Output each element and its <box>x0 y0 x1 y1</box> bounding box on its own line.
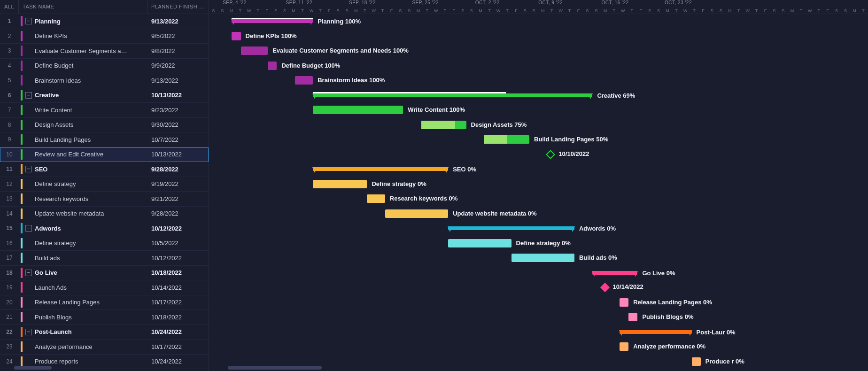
task-bar[interactable]: Define strategy 0% <box>448 239 511 247</box>
header-name[interactable]: TASK NAME <box>19 0 147 14</box>
task-bar[interactable]: Evaluate Customer Segments and Needs 100… <box>241 46 268 55</box>
finish-date[interactable]: 10/13/2022 <box>147 92 209 99</box>
task-name-cell[interactable]: Write Content <box>19 105 147 115</box>
task-bar[interactable]: Brainstorm Ideas 100% <box>295 76 313 85</box>
collapse-icon[interactable]: − <box>25 18 32 24</box>
task-name-cell[interactable]: Build Landing Pages <box>19 134 147 145</box>
finish-date[interactable]: 10/24/2022 <box>147 328 209 335</box>
collapse-icon[interactable]: − <box>25 270 32 276</box>
task-name-cell[interactable]: −Go Live <box>19 268 147 278</box>
task-bar[interactable]: Research keywords 0% <box>367 194 385 203</box>
task-bar[interactable]: Design Assets 75% <box>421 121 466 129</box>
task-bar[interactable]: Build ads 0% <box>512 254 574 262</box>
table-row[interactable]: 14Update website metadata9/28/2022 <box>0 207 209 222</box>
finish-date[interactable]: 9/13/2022 <box>147 77 209 84</box>
task-name-cell[interactable]: −Creative <box>19 90 147 100</box>
task-bar[interactable]: Build Landing Pages 50% <box>484 135 529 144</box>
summary-bar[interactable]: SEO 0% <box>313 167 448 171</box>
finish-date[interactable]: 10/12/2022 <box>147 255 209 262</box>
task-name-cell[interactable]: Publish Blogs <box>19 312 147 322</box>
task-name-cell[interactable]: Define Budget <box>19 61 147 71</box>
table-row[interactable]: 9Build Landing Pages10/7/2022 <box>0 132 209 147</box>
table-row[interactable]: 5Brainstorm Ideas9/13/2022 <box>0 73 209 88</box>
summary-bar[interactable]: Go Live 0% <box>592 271 637 275</box>
table-row[interactable]: 6−Creative10/13/2022 <box>0 88 209 103</box>
finish-date[interactable]: 10/17/2022 <box>147 343 209 350</box>
finish-date[interactable]: 9/9/2022 <box>147 62 209 69</box>
table-row[interactable]: 22−Post-Launch10/24/2022 <box>0 325 209 340</box>
task-name-cell[interactable]: Define KPIs <box>19 31 147 41</box>
task-name-cell[interactable]: Release Landing Pages <box>19 297 147 308</box>
task-name-cell[interactable]: Update website metadata <box>19 209 147 219</box>
finish-date[interactable]: 9/21/2022 <box>147 195 209 202</box>
table-row[interactable]: 12Define strategy9/19/2022 <box>0 177 209 192</box>
task-name-cell[interactable]: Build ads <box>19 253 147 263</box>
task-name-cell[interactable]: Define strategy <box>19 179 147 189</box>
task-bar[interactable]: Define Budget 100% <box>268 62 277 70</box>
collapse-icon[interactable]: − <box>25 166 32 172</box>
finish-date[interactable]: 10/17/2022 <box>147 299 209 306</box>
finish-date[interactable]: 9/8/2022 <box>147 47 209 54</box>
collapse-icon[interactable]: − <box>25 92 32 99</box>
finish-date[interactable]: 9/28/2022 <box>147 166 209 173</box>
chart-body[interactable]: Planning 100%Define KPIs 100%Evaluate Cu… <box>209 14 868 369</box>
finish-date[interactable]: 10/14/2022 <box>147 284 209 291</box>
table-row[interactable]: 23Analyze performance10/17/2022 <box>0 340 209 355</box>
table-row[interactable]: 1−Planning9/13/2022 <box>0 14 209 29</box>
finish-date[interactable]: 9/30/2022 <box>147 121 209 128</box>
table-row[interactable]: 21Publish Blogs10/18/2022 <box>0 310 209 325</box>
collapse-icon[interactable]: − <box>25 329 32 335</box>
task-name-cell[interactable]: Launch Ads <box>19 282 147 293</box>
task-name-cell[interactable]: Evaluate Customer Segments a… <box>19 46 147 56</box>
table-row[interactable]: 11−SEO9/28/2022 <box>0 162 209 177</box>
task-name-cell[interactable]: Analyze performance <box>19 341 147 352</box>
table-row[interactable]: 16Define strategy10/5/2022 <box>0 236 209 251</box>
table-row[interactable]: 13Research keywords9/21/2022 <box>0 192 209 207</box>
finish-date[interactable]: 10/18/2022 <box>147 269 209 276</box>
finish-date[interactable]: 9/28/2022 <box>147 210 209 217</box>
task-bar[interactable]: Update website metadata 0% <box>385 209 448 218</box>
task-bar[interactable]: Produce r 0% <box>692 357 701 366</box>
table-row[interactable]: 10Review and Edit Creative10/13/2022 <box>0 147 209 162</box>
summary-bar[interactable]: Adwords 0% <box>448 226 574 230</box>
summary-bar[interactable]: Creative 69% <box>313 93 592 97</box>
task-bar[interactable]: Write Content 100% <box>313 106 403 114</box>
finish-date[interactable]: 10/7/2022 <box>147 136 209 143</box>
task-bar[interactable]: Publish Blogs 0% <box>628 313 637 321</box>
left-scrollbar[interactable] <box>14 366 52 370</box>
table-row[interactable]: 19Launch Ads10/14/2022 <box>0 280 209 295</box>
chart-scrollbar[interactable] <box>228 366 322 370</box>
table-row[interactable]: 18−Go Live10/18/2022 <box>0 266 209 281</box>
task-bar[interactable]: Define strategy 0% <box>313 180 367 188</box>
finish-date[interactable]: 9/5/2022 <box>147 32 209 39</box>
summary-bar[interactable]: Planning 100% <box>232 19 313 23</box>
table-row[interactable]: 15−Adwords10/12/2022 <box>0 221 209 236</box>
task-name-cell[interactable]: Design Assets <box>19 120 147 130</box>
table-row[interactable]: 20Release Landing Pages10/17/2022 <box>0 295 209 310</box>
task-name-cell[interactable]: −Post-Launch <box>19 327 147 337</box>
finish-date[interactable]: 10/12/2022 <box>147 225 209 232</box>
milestone[interactable] <box>546 150 555 159</box>
task-name-cell[interactable]: Review and Edit Creative <box>19 149 147 160</box>
finish-date[interactable]: 9/23/2022 <box>147 107 209 114</box>
table-row[interactable]: 4Define Budget9/9/2022 <box>0 59 209 74</box>
task-bar[interactable]: Release Landing Pages 0% <box>620 298 628 307</box>
table-row[interactable]: 8Design Assets9/30/2022 <box>0 118 209 133</box>
finish-date[interactable]: 9/13/2022 <box>147 18 209 25</box>
summary-bar[interactable]: Post-Laur 0% <box>620 330 692 334</box>
task-bar[interactable]: Analyze performance 0% <box>620 342 628 351</box>
finish-date[interactable]: 10/24/2022 <box>147 358 209 365</box>
task-name-cell[interactable]: Brainstorm Ideas <box>19 75 147 85</box>
finish-date[interactable]: 9/19/2022 <box>147 180 209 187</box>
table-row[interactable]: 7Write Content9/23/2022 <box>0 103 209 118</box>
task-name-cell[interactable]: Research keywords <box>19 193 147 204</box>
table-row[interactable]: 2Define KPIs9/5/2022 <box>0 29 209 44</box>
task-bar[interactable]: Define KPIs 100% <box>232 32 240 40</box>
table-row[interactable]: 17Build ads10/12/2022 <box>0 251 209 266</box>
finish-date[interactable]: 10/13/2022 <box>147 151 209 158</box>
table-row[interactable]: 3Evaluate Customer Segments a…9/8/2022 <box>0 44 209 59</box>
header-all[interactable]: ALL <box>0 0 19 14</box>
header-finish[interactable]: PLANNED FINISH … <box>147 0 209 14</box>
task-name-cell[interactable]: −Adwords <box>19 223 147 233</box>
milestone[interactable] <box>600 283 610 292</box>
